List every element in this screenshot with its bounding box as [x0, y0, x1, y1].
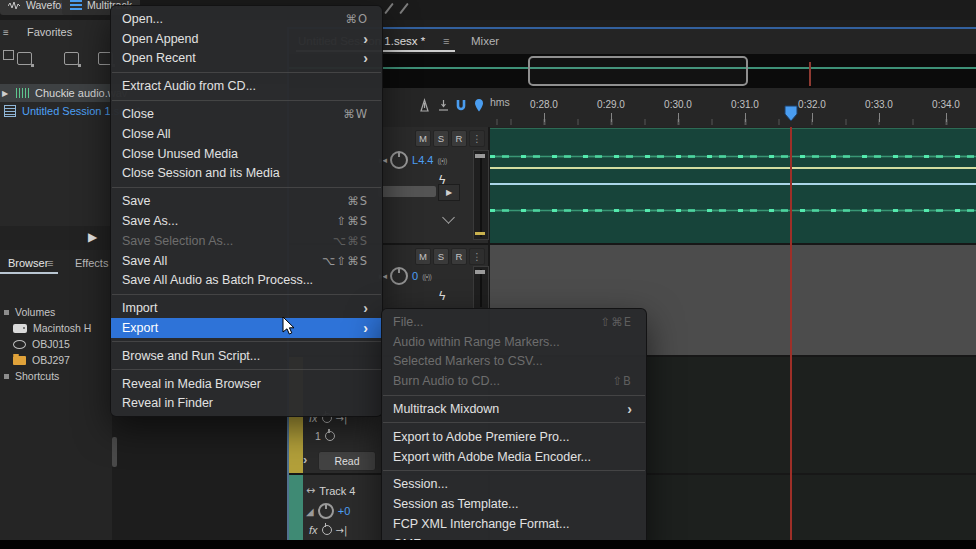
track3-input-row: 1: [315, 430, 335, 442]
menu-item[interactable]: Burn Audio to CD... ⇧B: [382, 371, 646, 391]
track1-msr-buttons: M S R ⋮: [415, 130, 485, 147]
import-file-icon[interactable]: [64, 52, 79, 65]
menu-item[interactable]: Session as Template...: [382, 494, 646, 514]
track2-volume-fader[interactable]: [473, 266, 489, 310]
track4-fx-label[interactable]: fx: [309, 524, 318, 536]
track2-record-button[interactable]: R: [451, 248, 467, 265]
tab-effects[interactable]: Effects: [75, 257, 108, 269]
menu-item[interactable]: Save Selection As... ⌥⌘S: [111, 231, 382, 251]
track2-fx-power-icon[interactable]: ϟ: [439, 289, 445, 303]
tree-item[interactable]: Volumes: [0, 304, 110, 320]
fader-handle[interactable]: [475, 154, 485, 158]
track2-solo-button[interactable]: S: [433, 248, 449, 265]
menu-item[interactable]: Audio within Range Markers...: [382, 332, 646, 352]
menu-item[interactable]: Open Recent ›: [111, 49, 382, 69]
viewport-range-box[interactable]: [528, 56, 748, 86]
automation-chevron-icon[interactable]: ›: [303, 452, 307, 467]
ruler-tick-mark: [879, 113, 880, 122]
tree-item[interactable]: OBJ015: [0, 336, 110, 352]
menu-item[interactable]: Close Unused Media: [111, 144, 382, 164]
menu-item[interactable]: Session...: [382, 475, 646, 495]
menu-item[interactable]: Export ›: [111, 318, 382, 338]
track1-preview-play-button[interactable]: ▶: [438, 184, 460, 201]
menu-item-label: Export to Adobe Premiere Pro...: [393, 430, 632, 444]
zoom-navigator[interactable]: [289, 54, 976, 88]
ruler-tick: 0:31.0: [711, 94, 779, 112]
track1-record-button[interactable]: R: [451, 130, 467, 147]
favorites-tab[interactable]: Favorites: [27, 26, 72, 38]
menu-item[interactable]: Close ⌘W: [111, 104, 382, 124]
volume-envelope-line[interactable]: [490, 167, 976, 169]
eraser-tool-icon[interactable]: [399, 3, 409, 14]
playhead-handle[interactable]: [784, 105, 799, 123]
track4-volume-value[interactable]: +0: [338, 505, 351, 517]
menu-item[interactable]: Import ›: [111, 298, 382, 318]
track1-mute-button[interactable]: M: [415, 130, 431, 147]
menu-item-label: Save: [122, 194, 347, 208]
timeline-ruler[interactable]: hms 0:28.0 0:29.0 0:30.0 0:31.0 0:32.0: [289, 88, 976, 127]
menu-item[interactable]: Save All ⌥⇧⌘S: [111, 251, 382, 271]
menu-item[interactable]: Export to Adobe Premiere Pro...: [382, 427, 646, 447]
menu-item[interactable]: Save As... ⇧⌘S: [111, 211, 382, 231]
track3-input-power-icon[interactable]: [325, 431, 335, 441]
ruler-tick: 0:30.0: [644, 94, 712, 112]
tab-browser[interactable]: Browser: [8, 257, 48, 269]
menu-item[interactable]: Export with Adobe Media Encoder...: [382, 447, 646, 467]
track3-input-value[interactable]: 1: [315, 430, 321, 442]
track2-more-icon[interactable]: ⋮: [469, 248, 485, 265]
track1-pan-knob[interactable]: [390, 151, 408, 169]
menu-item[interactable]: FCP XML Interchange Format...: [382, 514, 646, 534]
ruler-tick-label: 0:31.0: [731, 99, 759, 110]
menu-item[interactable]: Close All: [111, 124, 382, 144]
fader-handle[interactable]: [475, 270, 485, 274]
playhead-line[interactable]: [790, 127, 792, 540]
submenu-arrow-icon: ›: [363, 32, 368, 46]
menu-item[interactable]: Reveal in Media Browser: [111, 374, 382, 394]
menu-item-label: Open Recent: [122, 51, 363, 65]
menu-item[interactable]: Open... ⌘O: [111, 9, 382, 29]
panel-list-icon[interactable]: ≡: [3, 27, 9, 38]
audio-clip-track1[interactable]: [490, 128, 976, 244]
track1-pan-value[interactable]: L4.4: [412, 154, 433, 166]
panel-menu-icon[interactable]: ≡: [47, 257, 53, 269]
ruler-tick-mark: [745, 113, 746, 122]
track1-more-icon[interactable]: ⋮: [469, 130, 485, 147]
tree-item[interactable]: OBJ297: [0, 352, 110, 368]
track4-volume-knob[interactable]: [318, 503, 334, 519]
menu-item[interactable]: Save All Audio as Batch Process...: [111, 271, 382, 291]
menu-item-label: Reveal in Media Browser: [122, 377, 368, 391]
panel-media-icon[interactable]: [3, 50, 14, 60]
track1-solo-button[interactable]: S: [433, 130, 449, 147]
tab-mixer[interactable]: Mixer: [471, 35, 499, 47]
new-file-icon[interactable]: [17, 52, 32, 65]
tree-item[interactable]: Macintosh H: [0, 320, 110, 336]
menu-item[interactable]: Open Append ›: [111, 29, 382, 49]
pan-envelope-line[interactable]: [490, 183, 976, 185]
menu-item[interactable]: Browse and Run Script...: [111, 346, 382, 366]
track3-automation-mode-dropdown[interactable]: Read: [318, 451, 376, 471]
menu-item-shortcut: ⌘W: [343, 107, 368, 121]
track2-pan-value[interactable]: 0: [412, 270, 418, 282]
track4-name[interactable]: Track 4: [319, 485, 355, 497]
ruler-tick: 0:33.0: [845, 94, 913, 112]
menu-separator: [383, 470, 645, 471]
tree-item[interactable]: Shortcuts: [0, 368, 110, 384]
menu-item[interactable]: Save ⌘S: [111, 191, 382, 211]
tab-menu-icon[interactable]: ≡: [443, 35, 449, 47]
menu-item[interactable]: Selected Markers to CSV...: [382, 352, 646, 372]
menu-item[interactable]: Extract Audio from CD...: [111, 76, 382, 96]
track1-scroll-slider[interactable]: [378, 186, 436, 197]
menu-item[interactable]: Reveal in Finder: [111, 394, 382, 414]
menu-item[interactable]: Multitrack Mixdown ›: [382, 399, 646, 419]
menu-item[interactable]: Close Session and its Media: [111, 164, 382, 184]
menu-item[interactable]: File... ⇧⌘E: [382, 312, 646, 332]
play-button[interactable]: ▶: [88, 230, 97, 244]
scrollbar-thumb[interactable]: [112, 437, 117, 467]
pencil-tool-icon[interactable]: [384, 3, 394, 14]
track2-pan-knob[interactable]: [390, 267, 408, 285]
track4-io-routing-icon[interactable]: →|: [336, 525, 348, 536]
track4-fx-power-icon[interactable]: [322, 525, 332, 535]
track1-volume-fader[interactable]: [473, 150, 489, 240]
menu-item-label: Import: [122, 301, 363, 315]
track2-mute-button[interactable]: M: [415, 248, 431, 265]
